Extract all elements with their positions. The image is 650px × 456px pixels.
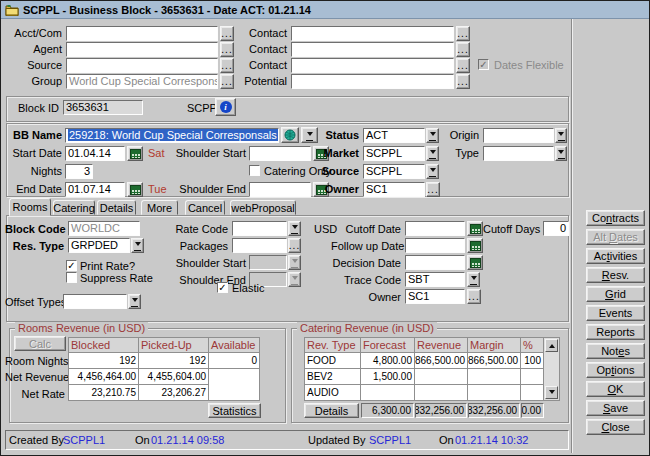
cutoff-days-input[interactable]: 0 [543, 221, 569, 236]
catering-row-bev2-forecast[interactable]: 1,500.00 [360, 368, 415, 385]
notes-button[interactable]: Notes [586, 343, 645, 359]
shoulder-start-input[interactable] [249, 146, 311, 161]
bb-name-dropdown-button[interactable] [301, 127, 318, 143]
end-date-input[interactable]: 01.07.14 [65, 182, 125, 197]
contact2-input[interactable] [291, 42, 454, 57]
start-date-calendar-button[interactable] [127, 146, 143, 161]
bb-owner-ellipsis-button[interactable] [426, 182, 440, 197]
catering-row-food-margin[interactable]: 9,866,500.00 [467, 352, 521, 369]
catering-row-audio-revenue[interactable] [414, 384, 468, 401]
origin-input[interactable] [483, 128, 554, 143]
potential-input[interactable] [291, 74, 454, 89]
trace-code-dropdown-button[interactable] [467, 272, 480, 287]
status-dropdown-button[interactable] [426, 128, 439, 143]
contact1-ellipsis-button[interactable] [456, 26, 470, 41]
events-button[interactable]: Events [586, 305, 645, 321]
catering-row-bev2-pct[interactable] [520, 368, 544, 385]
trace-code-input[interactable]: SBT [405, 272, 465, 287]
cutoff-date-input[interactable] [405, 221, 465, 236]
decision-calendar-button[interactable] [467, 255, 483, 270]
offset-types-dropdown-button[interactable] [128, 294, 141, 309]
ok-button[interactable]: OK [586, 381, 645, 397]
origin-dropdown-button[interactable] [555, 128, 567, 143]
close-button[interactable]: Close [586, 419, 645, 435]
offset-types-input[interactable] [63, 294, 127, 309]
res-type-input[interactable]: GRPDED [68, 238, 130, 253]
save-button[interactable]: Save [586, 400, 645, 416]
status-input[interactable]: ACT [363, 128, 425, 143]
label-part: G [605, 288, 614, 300]
statistics-button[interactable]: Statistics [208, 403, 261, 418]
catering-row-audio-type[interactable]: AUDIO [304, 384, 361, 401]
res-type-dropdown-button[interactable] [131, 238, 144, 253]
bb-source-dropdown-button[interactable] [426, 164, 439, 179]
contact1-input[interactable] [291, 26, 454, 41]
market-input[interactable]: SCPPL [363, 146, 425, 161]
agent-input[interactable] [66, 42, 218, 57]
tab-cancel[interactable]: Cancel [185, 200, 225, 215]
type-dropdown-button[interactable] [555, 146, 567, 161]
potential-ellipsis-button[interactable] [456, 74, 470, 89]
label-part: Events [599, 307, 633, 319]
col-header-revenue: Revenue [414, 337, 468, 353]
window-titlebar[interactable]: SCPPL - Business Block - 3653631 - Date … [1, 1, 649, 19]
tab-webproposal[interactable]: webProposal [230, 200, 296, 215]
catering-row-bev2-revenue[interactable] [414, 368, 468, 385]
translate-globe-button[interactable] [281, 127, 299, 143]
grid-button[interactable]: Grid [586, 286, 645, 302]
acct-com-input[interactable] [66, 26, 218, 41]
decision-date-input[interactable] [405, 255, 465, 270]
property-info-button[interactable]: i [215, 98, 236, 116]
packages-ellipsis-button[interactable] [288, 238, 301, 253]
rate-code-dropdown-button[interactable] [288, 221, 301, 236]
nights-input[interactable]: 3 [65, 164, 93, 179]
contact3-ellipsis-button[interactable] [456, 58, 470, 73]
tab-label: Cancel [188, 202, 222, 214]
catering-row-food-forecast[interactable]: 4,800.00 [360, 352, 415, 369]
scroll-up-button[interactable] [545, 339, 558, 352]
bb-source-input[interactable]: SCPPL [363, 164, 425, 179]
print-rate-checkbox[interactable] [66, 260, 77, 271]
details-button[interactable]: Details [304, 403, 359, 418]
contact3-label: Contact [231, 59, 287, 72]
options-button[interactable]: Options [586, 362, 645, 378]
activities-button[interactable]: Activities [586, 248, 645, 264]
catering-scrollbar[interactable] [543, 337, 560, 401]
market-dropdown-button[interactable] [426, 146, 439, 161]
resv-button[interactable]: Resv. [586, 267, 645, 283]
type-input[interactable] [483, 146, 554, 161]
contracts-button[interactable]: Contracts [586, 210, 645, 226]
elastic-checkbox[interactable] [217, 282, 228, 293]
scroll-down-button[interactable] [545, 386, 558, 399]
end-date-calendar-button[interactable] [127, 182, 143, 197]
shoulder-end-input[interactable] [249, 182, 311, 197]
tab-details[interactable]: Details [97, 200, 136, 215]
follow-up-date-input[interactable] [405, 238, 465, 253]
catering-row-bev2-margin[interactable] [467, 368, 521, 385]
catering-row-food-pct[interactable]: 100 [520, 352, 544, 369]
contact2-ellipsis-button[interactable] [456, 42, 470, 57]
bb-name-input[interactable]: 259218: World Cup Special Corresponsals [65, 128, 279, 143]
cutoff-date-calendar-button[interactable] [467, 221, 483, 236]
rate-code-input[interactable] [232, 221, 287, 236]
reports-button[interactable]: Reports [586, 324, 645, 340]
catering-row-bev2-type[interactable]: BEV2 [304, 368, 361, 385]
contact3-input[interactable] [291, 58, 454, 73]
packages-input[interactable] [232, 238, 287, 253]
catering-row-food-type[interactable]: FOOD [304, 352, 361, 369]
catering-only-checkbox[interactable] [249, 165, 260, 176]
tab-more[interactable]: More [141, 200, 178, 215]
rooms-owner-ellipsis-button[interactable] [467, 289, 481, 304]
catering-row-audio-margin[interactable] [467, 384, 521, 401]
catering-row-audio-pct[interactable] [520, 384, 544, 401]
catering-row-food-revenue[interactable]: 9,866,500.00 [414, 352, 468, 369]
catering-row-audio-forecast[interactable] [360, 384, 415, 401]
suppress-rate-checkbox[interactable] [66, 272, 77, 283]
bb-owner-input[interactable]: SC1 [363, 182, 425, 197]
follow-up-calendar-button[interactable] [467, 238, 483, 253]
rooms-owner-input[interactable]: SC1 [405, 289, 465, 304]
tab-catering[interactable]: Catering [53, 200, 95, 215]
start-date-input[interactable]: 01.04.14 [65, 146, 125, 161]
tab-rooms[interactable]: Rooms [9, 198, 51, 216]
source-input[interactable] [66, 58, 218, 73]
